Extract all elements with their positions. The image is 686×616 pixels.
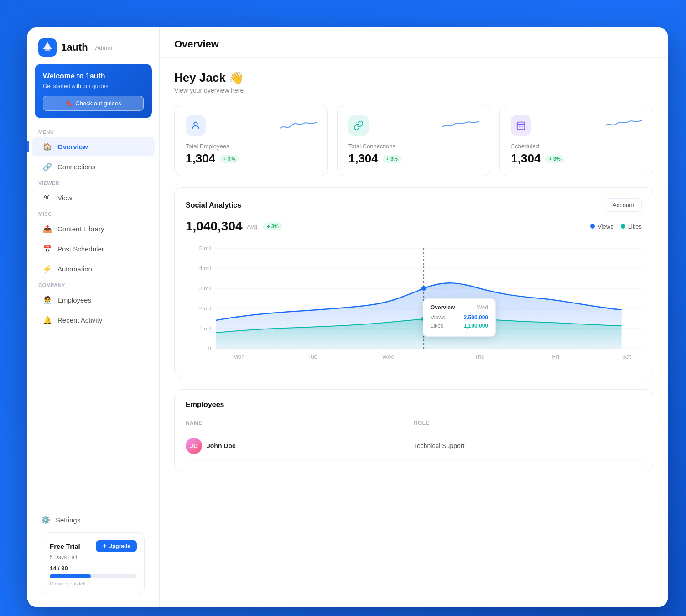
chart-container: 5 mil 4 mil 3 mil 2 mil 1 mil 0 bbox=[186, 239, 642, 367]
svg-text:Sat: Sat bbox=[622, 354, 631, 360]
avatar: JD bbox=[186, 438, 202, 454]
sidebar-item-employees[interactable]: 🧑‍💼 Employees bbox=[32, 290, 155, 309]
sidebar-item-recent-activity[interactable]: 🔔 Recent Activity bbox=[32, 310, 155, 329]
svg-text:0: 0 bbox=[208, 346, 211, 351]
sidebar-header: 1auth Admin bbox=[27, 27, 159, 64]
sidebar-item-overview[interactable]: 🏠 Overview bbox=[32, 137, 155, 156]
scheduled-stat-label: Scheduled bbox=[511, 143, 642, 150]
employee-name-cell: JD John Doe bbox=[186, 438, 414, 454]
welcome-title: Welcome to 1auth bbox=[43, 72, 144, 80]
trial-card: Free Trial ✦ Upgrade 5 Days Left 14 / 30… bbox=[42, 532, 145, 594]
legend-label-views: Views bbox=[598, 223, 613, 230]
stat-cards: Total Employees 1,304 + 3% bbox=[174, 105, 653, 176]
sidebar-item-connections[interactable]: 🔗 Connections bbox=[32, 157, 155, 176]
scheduled-stat-icon bbox=[511, 115, 531, 136]
table-row: JD John Doe Technical Support bbox=[186, 432, 642, 460]
employees-stat-badge: + 3% bbox=[220, 155, 239, 163]
scheduled-stat-value: 1,304 bbox=[511, 151, 540, 166]
greeting-subtitle: View your overview here bbox=[174, 87, 653, 94]
upgrade-button[interactable]: ✦ Upgrade bbox=[96, 540, 137, 552]
stat-card-connections: Total Connections 1,304 + 3% bbox=[337, 105, 491, 176]
misc-section-label: Misc bbox=[27, 208, 159, 219]
svg-rect-2 bbox=[517, 122, 525, 130]
sidebar-item-view[interactable]: 👁 View bbox=[32, 188, 155, 207]
svg-point-1 bbox=[194, 122, 197, 125]
sidebar-item-content-library-label: Content Library bbox=[57, 225, 104, 233]
sidebar-item-post-scheduler-label: Post Scheduler bbox=[57, 245, 104, 253]
trial-title: Free Trial bbox=[50, 543, 80, 550]
employees-section-title: Employees bbox=[186, 401, 642, 409]
chart-legend: Views Likes bbox=[590, 223, 642, 230]
sidebar-item-overview-label: Overview bbox=[57, 143, 88, 151]
sidebar-item-employees-label: Employees bbox=[57, 296, 91, 304]
col-header-name: Name bbox=[186, 420, 414, 426]
connections-stat-value: 1,304 bbox=[348, 151, 378, 166]
svg-text:Wed: Wed bbox=[382, 354, 395, 360]
tooltip-day: Wed bbox=[477, 304, 488, 311]
trial-days-left: 5 Days Left bbox=[50, 554, 137, 560]
sidebar-item-content-library[interactable]: 📤 Content Library bbox=[32, 219, 155, 238]
book-icon: 🔖 bbox=[65, 100, 73, 107]
sidebar-item-connections-label: Connections bbox=[57, 163, 95, 171]
svg-point-20 bbox=[421, 286, 426, 291]
settings-label: Settings bbox=[56, 516, 80, 524]
employees-section: Employees Name Role JD John Doe Technica… bbox=[174, 389, 653, 471]
legend-dot-views bbox=[590, 224, 595, 229]
menu-section-label: Menu bbox=[27, 125, 159, 136]
logo-icon bbox=[38, 38, 57, 57]
employees-stat-icon bbox=[186, 115, 206, 136]
sidebar-footer: ⚙️ Settings Free Trial ✦ Upgrade 5 Days … bbox=[27, 505, 159, 607]
sidebar: 1auth Admin Welcome to 1auth Get started… bbox=[27, 27, 160, 607]
legend-label-likes: Likes bbox=[628, 223, 642, 230]
table-header: Name Role bbox=[186, 416, 642, 430]
page-title: Overview bbox=[174, 38, 653, 50]
home-icon: 🏠 bbox=[43, 142, 52, 151]
col-header-role: Role bbox=[414, 420, 642, 426]
bell-icon: 🔔 bbox=[43, 315, 52, 324]
chart-svg: 5 mil 4 mil 3 mil 2 mil 1 mil 0 bbox=[186, 239, 642, 367]
employees-sparkline bbox=[280, 115, 317, 134]
svg-text:5 mil: 5 mil bbox=[199, 245, 211, 251]
tooltip-val-likes: 1,100,000 bbox=[464, 323, 488, 329]
tooltip-row-views: Views 2,500,000 bbox=[431, 314, 488, 321]
calendar-icon: 📅 bbox=[43, 244, 52, 253]
sidebar-item-settings[interactable]: ⚙️ Settings bbox=[35, 511, 152, 529]
employees-stat-label: Total Employees bbox=[186, 143, 317, 150]
connections-sparkline bbox=[442, 115, 479, 134]
progress-bar-fill bbox=[50, 574, 91, 578]
connections-stat-label: Total Connections bbox=[348, 143, 479, 150]
sidebar-item-view-label: View bbox=[57, 194, 72, 202]
content-area: Hey Jack 👋 View your overview here To bbox=[160, 58, 668, 484]
main-content: Overview Hey Jack 👋 View your overview h… bbox=[160, 27, 668, 607]
connections-count: 14 / 30 bbox=[50, 565, 137, 572]
role-badge: Admin bbox=[95, 44, 112, 51]
greeting-section: Hey Jack 👋 View your overview here bbox=[174, 71, 653, 94]
viewer-section-label: Viewer bbox=[27, 177, 159, 188]
svg-text:1 mil: 1 mil bbox=[199, 326, 211, 331]
svg-point-4 bbox=[519, 126, 520, 127]
employees-stat-value: 1,304 bbox=[186, 151, 215, 166]
sidebar-item-automation[interactable]: ⚡ Automation bbox=[32, 259, 155, 278]
svg-text:Thu: Thu bbox=[474, 354, 485, 360]
account-button[interactable]: Account bbox=[605, 198, 642, 212]
welcome-subtitle: Get started with our guides bbox=[43, 83, 144, 89]
svg-point-6 bbox=[522, 126, 523, 127]
company-section-label: Company bbox=[27, 279, 159, 290]
analytics-badge: + 3% bbox=[263, 222, 282, 230]
svg-text:Tue: Tue bbox=[307, 354, 317, 360]
welcome-card: Welcome to 1auth Get started with our gu… bbox=[35, 64, 152, 118]
tooltip-title: Overview bbox=[431, 304, 455, 311]
check-guides-button[interactable]: 🔖 Check out guides bbox=[43, 96, 144, 111]
avg-label: Avg. bbox=[247, 223, 259, 230]
legend-dot-likes bbox=[621, 224, 625, 229]
sidebar-item-post-scheduler[interactable]: 📅 Post Scheduler bbox=[32, 239, 155, 258]
employees-icon: 🧑‍💼 bbox=[43, 295, 52, 304]
top-bar: Overview bbox=[160, 27, 668, 58]
app-name: 1auth bbox=[61, 42, 88, 53]
employee-role: Technical Support bbox=[414, 442, 642, 449]
scheduled-stat-badge: + 3% bbox=[545, 155, 564, 163]
tooltip-key-likes: Likes bbox=[431, 323, 443, 329]
bolt-icon: ⚡ bbox=[43, 264, 52, 273]
view-icon: 👁 bbox=[43, 193, 52, 202]
svg-text:2 mil: 2 mil bbox=[199, 306, 211, 311]
